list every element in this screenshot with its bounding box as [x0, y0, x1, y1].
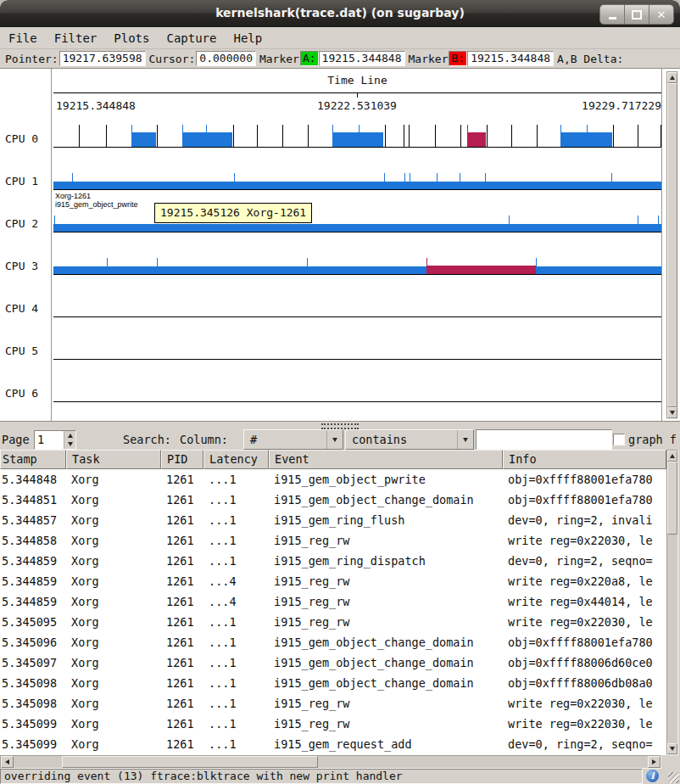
- table-scroll-down-button[interactable]: [667, 743, 677, 754]
- event-tick: [537, 125, 538, 147]
- pane-splitter[interactable]: [0, 422, 680, 429]
- match-dropdown-arrow[interactable]: [457, 430, 473, 449]
- event-tick: [437, 173, 438, 189]
- cpu-label-1: CPU 1: [5, 175, 49, 188]
- arrow-left-icon: [5, 759, 9, 764]
- table-cell: write reg=0x22030, le: [503, 612, 666, 632]
- table-row[interactable]: 5.344848Xorg1261...1i915_gem_object_pwri…: [0, 469, 666, 490]
- table-row[interactable]: 5.345096Xorg1261...1i915_gem_object_chan…: [0, 632, 666, 652]
- scroll-left-button[interactable]: [1, 756, 14, 768]
- table-row[interactable]: 5.345099Xorg1261...1i915_reg_rwwrite reg…: [0, 714, 666, 734]
- marker-b-chip[interactable]: B:: [449, 51, 467, 66]
- table-cell: 5.344859: [0, 591, 66, 612]
- table-cell: 1261: [161, 652, 203, 673]
- close-icon: ✕: [657, 9, 666, 20]
- header-latency[interactable]: Latency: [203, 450, 269, 469]
- arrow-up-icon: [670, 76, 675, 80]
- table-cell: obj=0xffff88006d60ce0: [503, 652, 666, 673]
- cpu-1-plot[interactable]: [53, 164, 661, 189]
- table-cell: i915_gem_ring_dispatch: [269, 551, 503, 571]
- table-row[interactable]: 5.345099Xorg1261...1i915_gem_request_add…: [0, 734, 666, 754]
- header-pid[interactable]: PID: [161, 450, 203, 469]
- table-cell: ...1: [203, 632, 269, 652]
- table-row[interactable]: 5.344857Xorg1261...1i915_gem_ring_flushd…: [0, 510, 666, 530]
- cpu-2-plot[interactable]: [53, 206, 661, 232]
- event-tick: [79, 125, 80, 147]
- table-row[interactable]: 5.344859Xorg1261...4i915_reg_rwwrite reg…: [0, 591, 666, 612]
- search-input[interactable]: [476, 429, 612, 450]
- table-row[interactable]: 5.344851Xorg1261...1i915_gem_object_chan…: [0, 490, 666, 510]
- pointer-label: Pointer:: [5, 53, 59, 65]
- title-bar[interactable]: kernelshark(trace.dat) (on sugarbay) ✕: [0, 0, 680, 27]
- event-tick: [613, 125, 614, 147]
- table-cell: Xorg: [66, 612, 161, 632]
- table-cell: 5.344859: [0, 551, 66, 571]
- cpu-6-plot[interactable]: [53, 376, 661, 401]
- event-tick: [587, 125, 588, 147]
- menu-file[interactable]: File: [0, 30, 46, 47]
- table-cell: i915_gem_object_pwrite: [269, 469, 503, 490]
- cpu-label-4: CPU 4: [5, 302, 49, 315]
- graph-scroll-up-button[interactable]: [667, 72, 677, 83]
- event-tick: [509, 216, 510, 232]
- cpu-5-baseline: [53, 359, 661, 360]
- table-scroll-up-button[interactable]: [667, 451, 677, 462]
- menu-help[interactable]: Help: [225, 30, 270, 47]
- column-dropdown-arrow[interactable]: [326, 430, 343, 449]
- cpu-3-plot[interactable]: [53, 249, 661, 274]
- table-vertical-scrollbar[interactable]: [666, 450, 678, 755]
- cpu-5-plot[interactable]: [53, 333, 661, 359]
- minimize-button[interactable]: [599, 4, 625, 25]
- column-dropdown[interactable]: #: [243, 429, 343, 450]
- cursor-value: 0.000000: [196, 51, 256, 66]
- marker-a-value: 19215.344848: [319, 51, 405, 66]
- table-row[interactable]: 5.345098Xorg1261...1i915_reg_rwwrite reg…: [0, 693, 666, 714]
- table-cell: Xorg: [66, 571, 161, 591]
- cpu-4-plot[interactable]: [53, 291, 661, 316]
- horizontal-scroll-thumb[interactable]: [62, 756, 318, 768]
- event-tick: [157, 125, 158, 147]
- page-spinner[interactable]: 1: [34, 430, 76, 450]
- window-buttons: ✕: [600, 4, 674, 25]
- marker-a-chip[interactable]: A:: [300, 51, 319, 66]
- event-tick: [54, 216, 55, 232]
- table-row[interactable]: 5.345098Xorg1261...1i915_gem_object_chan…: [0, 673, 666, 693]
- graph-vertical-scrollbar[interactable]: [666, 71, 678, 419]
- graph-scroll-thumb[interactable]: [667, 83, 677, 407]
- table-row[interactable]: 5.344859Xorg1261...4i915_reg_rwwrite reg…: [0, 571, 666, 591]
- cpu-0-plot[interactable]: [53, 121, 661, 147]
- table-row[interactable]: 5.345097Xorg1261...1i915_gem_object_chan…: [0, 652, 666, 673]
- event-tick: [611, 173, 612, 189]
- resize-grip-icon[interactable]: [668, 772, 679, 783]
- menu-plots[interactable]: Plots: [105, 30, 158, 47]
- header-event[interactable]: Event: [269, 450, 503, 469]
- table-cell: obj=0xffff88001efa780: [503, 469, 666, 490]
- menu-capture[interactable]: Capture: [158, 30, 225, 47]
- event-tick: [234, 173, 235, 189]
- graph-follows-checkbox[interactable]: [613, 434, 625, 445]
- event-tick: [359, 125, 360, 147]
- header-stamp[interactable]: Stamp: [0, 450, 66, 469]
- header-info[interactable]: Info: [503, 450, 666, 469]
- info-icon[interactable]: i: [646, 770, 659, 782]
- close-button[interactable]: ✕: [649, 4, 674, 25]
- event-tick: [385, 125, 386, 147]
- table-scroll-thumb[interactable]: [667, 462, 677, 535]
- table-row[interactable]: 5.344859Xorg1261...1i915_gem_ring_dispat…: [0, 551, 666, 571]
- table-cell: 5.344848: [0, 469, 66, 490]
- table-row[interactable]: 5.344858Xorg1261...1i915_reg_rwwrite reg…: [0, 530, 666, 551]
- match-dropdown[interactable]: contains: [345, 429, 474, 450]
- table-horizontal-scrollbar[interactable]: [0, 755, 661, 769]
- event-tick: [435, 125, 436, 147]
- scroll-right-button[interactable]: [648, 756, 660, 768]
- page-spinner-buttons[interactable]: [64, 431, 75, 449]
- maximize-button[interactable]: [624, 4, 649, 25]
- table-cell: 1261: [161, 530, 203, 551]
- graph-scroll-down-button[interactable]: [667, 407, 677, 418]
- event-tick: [404, 125, 404, 147]
- graph-tooltip: 19215.345126 Xorg-1261: [154, 203, 312, 223]
- event-tick: [131, 125, 132, 147]
- header-task[interactable]: Task: [66, 450, 161, 469]
- menu-filter[interactable]: Filter: [46, 30, 106, 47]
- table-row[interactable]: 5.345095Xorg1261...1i915_reg_rwwrite reg…: [0, 612, 666, 632]
